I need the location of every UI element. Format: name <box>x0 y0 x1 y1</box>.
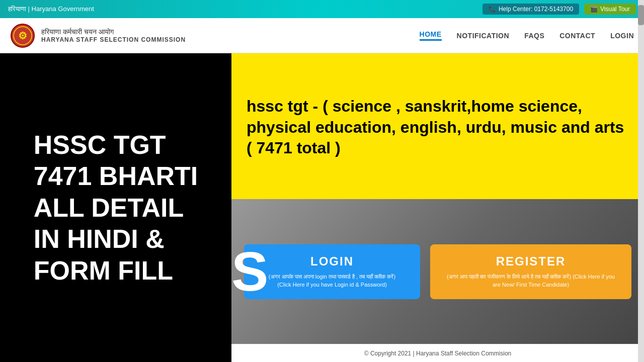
login-box[interactable]: LOGIN (अगर आपके पास अपना login तथा पासवर… <box>244 244 420 299</box>
nav-menu: HOME NOTIFICATION FAQS CONTACT LOGIN <box>420 30 634 41</box>
emblem-icon: ⚙ <box>10 23 35 48</box>
login-register-section: S LOGIN (अगर आपके पास अपना login तथा पास… <box>231 199 644 344</box>
nav-notification[interactable]: NOTIFICATION <box>457 32 510 40</box>
logo-section: ⚙ हरियाणा कर्मचारी चयन आयोग HARYANA STAF… <box>10 23 186 48</box>
visual-tour-button[interactable]: 🎬 Visual Tour <box>584 4 636 15</box>
login-box-title: LOGIN <box>259 254 405 268</box>
phone-icon: 📞 <box>489 6 496 13</box>
right-panel: hssc tgt - ( science , sanskrit,home sci… <box>231 53 644 362</box>
register-box-sub: (अगर आप पहली बार पंजीकरण के लिये आये है … <box>445 273 616 289</box>
app-container: हरियाणा | Haryana Government 📞 Help Cent… <box>0 0 644 362</box>
nav-login[interactable]: LOGIN <box>610 32 634 40</box>
nav-contact[interactable]: CONTACT <box>559 32 595 40</box>
s-letter: S <box>231 244 268 299</box>
scrollbar[interactable] <box>638 0 644 362</box>
login-box-sub-english: (Click Here if you have Login id & Passw… <box>259 281 405 289</box>
scrollbar-thumb[interactable] <box>638 5 644 25</box>
yellow-banner-text: hssc tgt - ( science , sanskrit,home sci… <box>247 96 629 159</box>
help-center-button[interactable]: 📞 Help Center: 0172-5143700 <box>482 4 579 15</box>
top-bar-right: 📞 Help Center: 0172-5143700 🎬 Visual Tou… <box>482 4 636 15</box>
svg-text:⚙: ⚙ <box>18 30 27 41</box>
boxes-wrapper: LOGIN (अगर आपके पास अपना login तथा पासवर… <box>242 244 634 299</box>
header: ⚙ हरियाणा कर्मचारी चयन आयोग HARYANA STAF… <box>0 18 644 53</box>
yellow-banner: hssc tgt - ( science , sanskrit,home sci… <box>231 53 644 199</box>
logo-hindi: हरियाणा कर्मचारी चयन आयोग <box>41 28 186 36</box>
left-panel-text: HSSC TGT 7471 BHARTI ALL DETAIL IN HINDI… <box>34 129 198 286</box>
footer-text: © Copyright 2021 | Haryana Staff Selecti… <box>364 350 512 357</box>
help-label: Help Center: 0172-5143700 <box>499 6 573 13</box>
nav-home[interactable]: HOME <box>420 30 442 41</box>
left-panel: HSSC TGT 7471 BHARTI ALL DETAIL IN HINDI… <box>0 53 231 362</box>
register-box[interactable]: REGISTER (अगर आप पहली बार पंजीकरण के लिय… <box>430 244 631 299</box>
register-box-title: REGISTER <box>445 254 616 268</box>
gov-label: हरियाणा | Haryana Government <box>8 5 94 13</box>
top-bar: हरियाणा | Haryana Government 📞 Help Cent… <box>0 0 644 18</box>
video-icon: 🎬 <box>590 6 598 13</box>
visual-tour-label: Visual Tour <box>600 6 630 13</box>
main-content: HSSC TGT 7471 BHARTI ALL DETAIL IN HINDI… <box>0 53 644 362</box>
login-box-sub-hindi: (अगर आपके पास अपना login तथा पासवर्ड है … <box>259 273 405 281</box>
logo-text: हरियाणा कर्मचारी चयन आयोग HARYANA STAFF … <box>41 28 186 43</box>
logo-english: HARYANA STAFF SELECTION COMMISSION <box>41 36 186 43</box>
nav-faqs[interactable]: FAQS <box>524 32 544 40</box>
footer: © Copyright 2021 | Haryana Staff Selecti… <box>231 344 644 362</box>
